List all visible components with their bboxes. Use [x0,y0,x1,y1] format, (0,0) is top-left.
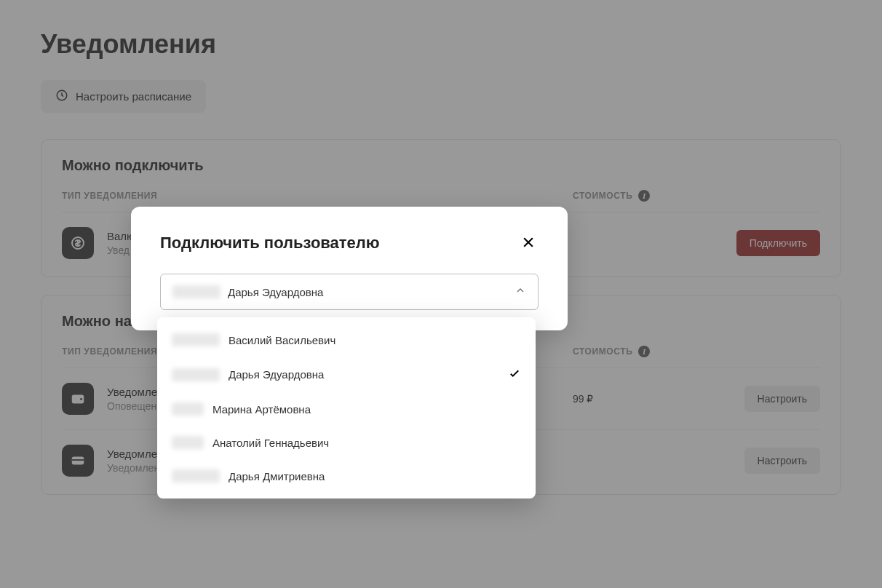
connect-user-modal: Подключить пользователю Дарья Эдуардовна [131,207,568,330]
dropdown-option[interactable]: Марина Артёмовна [157,392,536,426]
close-icon [521,235,536,252]
dropdown-option-label: Василий Васильевич [229,334,335,346]
user-select[interactable]: Дарья Эдуардовна [160,274,539,310]
modal-title: Подключить пользователю [160,234,380,253]
redacted-surname [172,402,204,416]
redacted-surname [172,368,220,381]
redacted-surname [172,469,220,482]
dropdown-option[interactable]: Дарья Эдуардовна [157,357,536,392]
dropdown-option-label: Марина Артёмовна [212,403,311,416]
dropdown-option[interactable]: Дарья Дмитриевна [157,459,536,493]
user-select-value: Дарья Эдуардовна [228,286,323,298]
check-icon [508,367,521,382]
chevron-up-icon [514,285,526,299]
dropdown-option-label: Дарья Дмитриевна [229,470,325,482]
dropdown-option-label: Анатолий Геннадьевич [212,437,329,449]
dropdown-option[interactable]: Василий Васильевич [157,323,536,357]
redacted-surname [172,285,220,298]
close-button[interactable] [518,233,539,253]
user-dropdown: Василий Васильевич Дарья Эдуардовна Мари… [157,317,536,498]
redacted-surname [172,333,220,346]
redacted-surname [172,436,204,449]
dropdown-option-label: Дарья Эдуардовна [229,368,324,381]
dropdown-option[interactable]: Анатолий Геннадьевич [157,426,536,459]
